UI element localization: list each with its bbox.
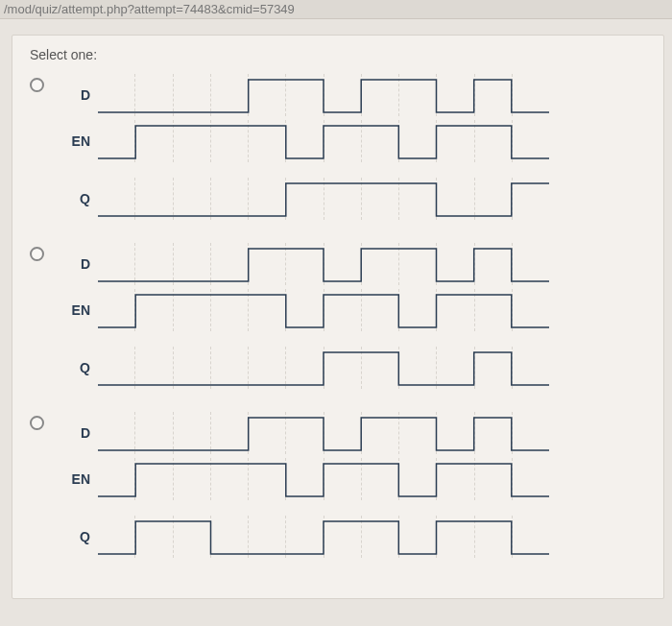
quiz-card: Select one: D EN Q — [12, 35, 664, 599]
signal-label-d: D — [63, 256, 90, 272]
signal-label-en: EN — [63, 471, 90, 487]
option-list: D EN Q — [30, 74, 646, 558]
answer-option: D EN Q — [30, 243, 646, 389]
signal-row: EN — [63, 289, 549, 331]
waveform-d — [98, 412, 549, 454]
signal-row: D — [63, 74, 549, 116]
waveform-en — [98, 289, 549, 331]
signal-row: Q — [63, 347, 549, 389]
timing-diagram: D EN Q — [63, 412, 549, 558]
signal-row: Q — [63, 516, 549, 558]
waveform-d — [98, 243, 549, 285]
timing-diagram: D EN Q — [63, 74, 549, 220]
waveform-en — [98, 120, 549, 162]
waveform-q — [98, 178, 549, 220]
signal-label-d: D — [63, 425, 90, 441]
answer-radio[interactable] — [30, 416, 44, 430]
answer-radio[interactable] — [30, 247, 44, 261]
signal-row: D — [63, 412, 549, 454]
signal-label-q: Q — [63, 529, 90, 544]
signal-label-q: Q — [63, 191, 90, 206]
answer-radio[interactable] — [30, 78, 44, 92]
signal-label-d: D — [63, 87, 90, 103]
signal-label-en: EN — [63, 302, 90, 318]
timing-diagram: D EN Q — [63, 243, 549, 389]
question-prompt: Select one: — [30, 47, 646, 62]
signal-label-en: EN — [63, 133, 90, 149]
signal-row: EN — [63, 120, 549, 162]
signal-row: Q — [63, 178, 549, 220]
signal-label-q: Q — [63, 360, 90, 375]
url-bar: /mod/quiz/attempt.php?attempt=74483&cmid… — [0, 0, 672, 19]
signal-row: EN — [63, 458, 549, 500]
waveform-d — [98, 74, 549, 116]
answer-option: D EN Q — [30, 74, 646, 220]
waveform-en — [98, 458, 549, 500]
waveform-q — [98, 347, 549, 389]
signal-row: D — [63, 243, 549, 285]
answer-option: D EN Q — [30, 412, 646, 558]
waveform-q — [98, 516, 549, 558]
